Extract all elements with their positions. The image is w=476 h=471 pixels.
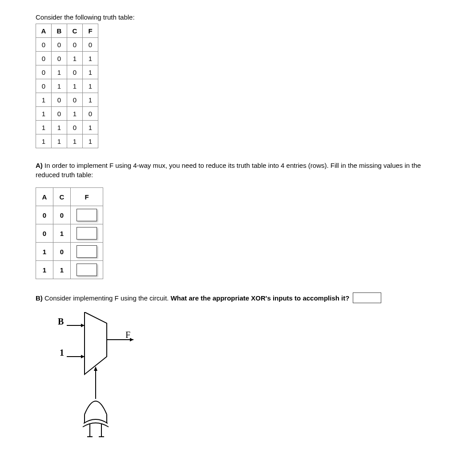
table-row: 1111	[36, 134, 98, 148]
table-row: 0011	[36, 52, 98, 65]
cell: 1	[52, 121, 67, 134]
cell: 1	[67, 52, 83, 65]
truth-table: A B C F 0000 0011 0101 0111 1001 1010 11…	[36, 24, 98, 148]
cell: 0	[83, 107, 98, 121]
table-row: 1001	[36, 93, 98, 107]
answer-cell	[71, 261, 103, 279]
table-header-row: A C F	[36, 188, 103, 206]
cell: 1	[83, 134, 98, 148]
th-c: C	[53, 188, 71, 206]
th-a: A	[36, 24, 52, 38]
cell: 0	[52, 52, 67, 65]
table-row: 1101	[36, 121, 98, 134]
circuit-diagram: B 1 F	[49, 312, 165, 446]
cell: 1	[36, 93, 52, 107]
table-row: 0 0	[36, 206, 103, 224]
answer-cell	[71, 224, 103, 243]
cell: 1	[36, 134, 52, 148]
table-row: 1 1	[36, 261, 103, 279]
part-b-text-bold: What are the appropriate XOR's inputs to…	[170, 294, 349, 302]
part-b-text-before: Consider implementing F using the circui…	[43, 294, 171, 302]
th-f: F	[71, 188, 103, 206]
answer-input-00[interactable]	[77, 209, 97, 221]
part-a-label: A)	[36, 162, 43, 169]
answer-input-01[interactable]	[77, 227, 97, 240]
cell: 1	[52, 79, 67, 93]
cell: 1	[36, 261, 53, 279]
cell: 0	[83, 38, 98, 52]
answer-input-11[interactable]	[77, 264, 97, 276]
cell: 0	[36, 52, 52, 65]
cell: 1	[52, 65, 67, 79]
intro-text: Consider the following truth table:	[36, 13, 440, 21]
cell: 0	[36, 79, 52, 93]
cell: 1	[67, 107, 83, 121]
table-row: 1010	[36, 107, 98, 121]
part-a-text: In order to implement F using 4-way mux,…	[36, 162, 421, 179]
answer-input-10[interactable]	[77, 245, 97, 258]
cell: 1	[52, 134, 67, 148]
cell: 0	[53, 206, 71, 224]
cell: 1	[83, 65, 98, 79]
cell: 0	[52, 93, 67, 107]
arrowhead-icon	[130, 338, 133, 341]
table-header-row: A B C F	[36, 24, 98, 38]
circuit-label-1: 1	[60, 348, 64, 358]
cell: 1	[83, 93, 98, 107]
cell: 0	[36, 65, 52, 79]
cell: 1	[67, 79, 83, 93]
xor-inputs-answer[interactable]	[353, 292, 381, 303]
th-b: B	[52, 24, 67, 38]
table-row: 0000	[36, 38, 98, 52]
table-row: 0 1	[36, 224, 103, 243]
cell: 1	[83, 79, 98, 93]
cell: 0	[36, 206, 53, 224]
cell: 1	[36, 121, 52, 134]
cell: 0	[67, 38, 83, 52]
th-f: F	[83, 24, 98, 38]
cell: 0	[36, 224, 53, 243]
circuit-svg	[49, 312, 165, 446]
th-a: A	[36, 188, 53, 206]
answer-cell	[71, 243, 103, 261]
cell: 1	[83, 52, 98, 65]
circuit-label-b: B	[58, 317, 64, 327]
cell: 0	[67, 93, 83, 107]
part-b-question: B) Consider implementing F using the cir…	[36, 292, 440, 303]
circuit-label-f: F	[125, 330, 130, 340]
cell: 1	[53, 224, 71, 243]
cell: 0	[52, 38, 67, 52]
table-row: 0101	[36, 65, 98, 79]
cell: 0	[67, 121, 83, 134]
cell: 1	[36, 107, 52, 121]
arrowhead-icon	[81, 324, 85, 327]
cell: 0	[36, 38, 52, 52]
cell: 0	[67, 65, 83, 79]
table-row: 0111	[36, 79, 98, 93]
cell: 1	[83, 121, 98, 134]
xor-gate-icon	[83, 390, 109, 437]
answer-cell	[71, 206, 103, 224]
cell: 1	[36, 243, 53, 261]
cell: 0	[52, 107, 67, 121]
arrowhead-icon	[81, 355, 85, 358]
reduced-truth-table: A C F 0 0 0 1 1 0 1 1	[36, 187, 103, 279]
cell: 1	[53, 261, 71, 279]
table-row: 1 0	[36, 243, 103, 261]
part-b-label: B)	[36, 294, 43, 302]
mux-shape-icon	[85, 312, 107, 374]
part-a-question: A) In order to implement F using 4-way m…	[36, 161, 440, 179]
cell: 0	[53, 243, 71, 261]
th-c: C	[67, 24, 83, 38]
cell: 1	[67, 134, 83, 148]
